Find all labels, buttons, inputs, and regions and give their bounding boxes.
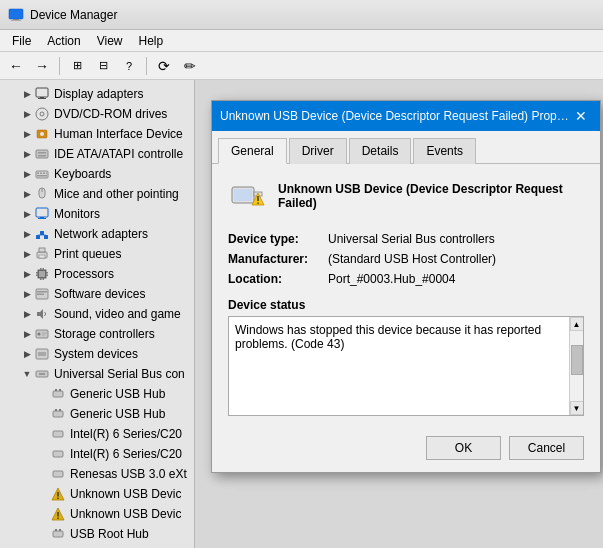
- titlebar-title: Device Manager: [30, 8, 595, 22]
- dialog-buttons: OK Cancel: [212, 428, 600, 472]
- device-status-text: Windows has stopped this device because …: [235, 323, 541, 351]
- svg-rect-83: [257, 196, 258, 201]
- toolbar: ← → ⊞ ⊟ ? ⟳ ✏: [0, 52, 603, 80]
- menu-view[interactable]: View: [89, 32, 131, 50]
- properties-dialog: Unknown USB Device (Device Descriptor Re…: [211, 100, 601, 473]
- dialog-title: Unknown USB Device (Device Descriptor Re…: [220, 109, 570, 123]
- dialog-close-button[interactable]: ✕: [570, 105, 592, 127]
- svg-rect-2: [11, 20, 21, 21]
- menubar: File Action View Help: [0, 30, 603, 52]
- svg-rect-84: [257, 203, 258, 204]
- prop-value-type: Universal Serial Bus controllers: [328, 232, 584, 246]
- app-icon: [8, 7, 24, 23]
- svg-rect-0: [9, 9, 23, 19]
- ok-button[interactable]: OK: [426, 436, 501, 460]
- dialog-titlebar: Unknown USB Device (Device Descriptor Re…: [212, 101, 600, 131]
- toolbar-edit[interactable]: ✏: [178, 55, 202, 77]
- tab-driver[interactable]: Driver: [289, 138, 347, 164]
- dialog-content: Unknown USB Device (Device Descriptor Re…: [212, 164, 600, 428]
- separator-1: [59, 57, 60, 75]
- prop-value-mfg: (Standard USB Host Controller): [328, 252, 584, 266]
- prop-label-type: Device type:: [228, 232, 328, 246]
- toolbar-refresh[interactable]: ⟳: [152, 55, 176, 77]
- svg-rect-80: [234, 189, 252, 201]
- prop-value-loc: Port_#0003.Hub_#0004: [328, 272, 584, 286]
- prop-label-loc: Location:: [228, 272, 328, 286]
- prop-label-mfg: Manufacturer:: [228, 252, 328, 266]
- status-scrollbar[interactable]: ▲ ▼: [569, 317, 583, 415]
- menu-action[interactable]: Action: [39, 32, 88, 50]
- menu-file[interactable]: File: [4, 32, 39, 50]
- device-properties: Device type: Universal Serial Bus contro…: [228, 232, 584, 286]
- tab-events[interactable]: Events: [413, 138, 476, 164]
- toolbar-btn-1[interactable]: ⊞: [65, 55, 89, 77]
- toolbar-help[interactable]: ?: [117, 55, 141, 77]
- prop-row-type: Device type: Universal Serial Bus contro…: [228, 232, 584, 246]
- scrollbar-up[interactable]: ▲: [570, 317, 584, 331]
- tab-general[interactable]: General: [218, 138, 287, 164]
- main-area: ▶ Display adapters ▶ DVD/CD-ROM drives ▶: [0, 80, 603, 548]
- prop-row-loc: Location: Port_#0003.Hub_#0004: [228, 272, 584, 286]
- dialog-overlay: Unknown USB Device (Device Descriptor Re…: [0, 80, 603, 548]
- separator-2: [146, 57, 147, 75]
- menu-help[interactable]: Help: [131, 32, 172, 50]
- toolbar-back[interactable]: ←: [4, 55, 28, 77]
- toolbar-forward[interactable]: →: [30, 55, 54, 77]
- titlebar: Device Manager: [0, 0, 603, 30]
- toolbar-btn-2[interactable]: ⊟: [91, 55, 115, 77]
- device-header: Unknown USB Device (Device Descriptor Re…: [228, 176, 584, 216]
- prop-row-mfg: Manufacturer: (Standard USB Host Control…: [228, 252, 584, 266]
- device-status-label: Device status: [228, 298, 584, 312]
- device-large-icon: [228, 176, 266, 216]
- dialog-tabs: General Driver Details Events: [212, 131, 600, 164]
- cancel-button[interactable]: Cancel: [509, 436, 584, 460]
- tab-details[interactable]: Details: [349, 138, 412, 164]
- device-manager-window: Device Manager File Action View Help ← →…: [0, 0, 603, 548]
- scrollbar-down[interactable]: ▼: [570, 401, 584, 415]
- device-title: Unknown USB Device (Device Descriptor Re…: [278, 182, 584, 210]
- scrollbar-thumb[interactable]: [571, 345, 583, 375]
- device-status-box: Windows has stopped this device because …: [228, 316, 584, 416]
